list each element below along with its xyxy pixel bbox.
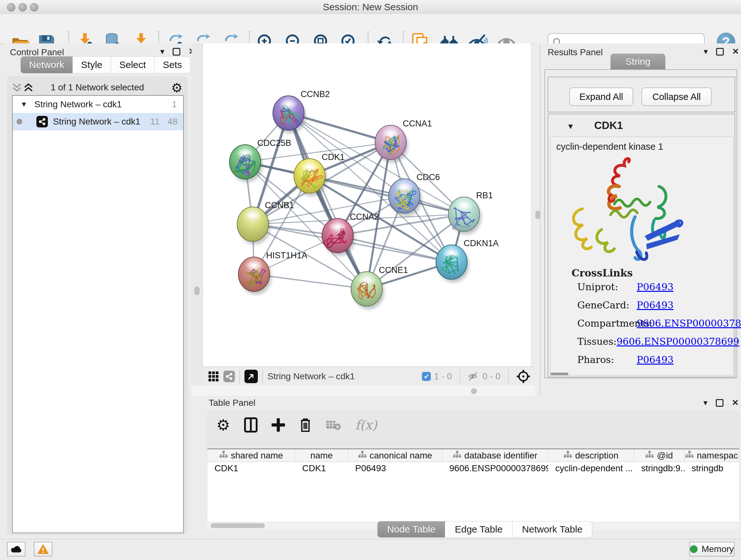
cloud-icon <box>10 545 22 553</box>
column-header-label: description <box>575 450 618 461</box>
table-type-tabs: Node TableEdge TableNetwork Table <box>377 521 592 538</box>
network-edge[interactable] <box>310 176 464 214</box>
birdseye-grid-icon[interactable] <box>208 371 219 382</box>
table-panel: Table Panel ▾ ✕ ⚙ <box>192 396 741 539</box>
selected-counts: 1 - 0 <box>434 371 452 381</box>
column-header-name[interactable]: name <box>295 449 348 462</box>
delete-column-icon[interactable] <box>299 417 312 433</box>
collection-expander-icon[interactable]: ▼ <box>20 100 27 109</box>
crosslink-link[interactable]: 9606.ENSP00000378699 <box>616 336 739 347</box>
column-header-label: canonical name <box>369 450 432 461</box>
results-scrollbar[interactable] <box>550 373 568 375</box>
table-cell[interactable]: CDK1 <box>207 462 295 475</box>
warnings-button[interactable] <box>34 542 52 557</box>
network-node-cdc6[interactable]: CDC6 <box>389 172 440 216</box>
add-column-icon[interactable] <box>272 418 285 432</box>
control-panel-float-icon[interactable]: ▾ <box>160 47 164 57</box>
column-type-icon <box>563 450 572 461</box>
network-edge-count: 48 <box>167 117 178 127</box>
network-options-gear-icon[interactable]: ⚙ <box>171 80 183 95</box>
results-panel-float-icon[interactable]: ▾ <box>704 47 708 57</box>
table-cell[interactable]: stringdb:9... <box>634 462 684 475</box>
network-tab-content: 1 of 1 Network selected ⚙ ▼ String Netwo… <box>7 76 188 535</box>
table-cell[interactable]: cyclin-dependent ... <box>548 462 634 475</box>
table-row[interactable]: CDK1CDK1P064939606.ENSP00000378699cyclin… <box>207 462 739 475</box>
protein-card: cyclin-dependent kinase 1 CrossLinks Uni… <box>550 137 733 375</box>
btab-network-table[interactable]: Network Table <box>513 521 593 538</box>
table-panel-restore-icon[interactable] <box>716 399 724 407</box>
crosslink-link[interactable]: P06493 <box>636 354 674 365</box>
memory-label: Memory <box>701 544 734 554</box>
expand-all-button[interactable]: Expand All <box>569 87 633 106</box>
table-header-row: shared namenamecanonical namedatabase id… <box>207 449 739 462</box>
network-canvas[interactable]: CCNB2CCNA1CDC25BCDK1CDC6RB1CCNB1CCNA2CDK… <box>202 44 531 367</box>
node-table: shared namenamecanonical namedatabase id… <box>207 449 739 530</box>
column-header--id[interactable]: @id <box>634 449 684 462</box>
table-panel-float-icon[interactable]: ▾ <box>703 398 708 408</box>
btab-edge-table[interactable]: Edge Table <box>445 521 513 538</box>
network-collection-row[interactable]: ▼ String Network – cdk1 1 <box>13 96 183 113</box>
table-cell[interactable]: P06493 <box>348 462 442 475</box>
btab-node-table[interactable]: Node Table <box>377 521 445 538</box>
tab-sets[interactable]: Sets <box>154 56 191 73</box>
network-share-icon[interactable] <box>223 371 235 382</box>
column-header-database-identifier[interactable]: database identifier <box>442 449 548 462</box>
crosslink-link[interactable]: P06493 <box>636 281 674 293</box>
results-panel-restore-icon[interactable] <box>716 48 724 56</box>
tab-style[interactable]: Style <box>73 56 111 73</box>
cloud-button[interactable] <box>7 542 25 557</box>
node-label: CDC25B <box>257 138 291 148</box>
protein-description: cyclin-dependent kinase 1 <box>556 141 663 152</box>
network-node-rb1[interactable]: RB1 <box>448 191 493 235</box>
table-panel-close-icon[interactable]: ✕ <box>732 398 739 408</box>
network-node-cdkn1a[interactable]: CDKN1A <box>436 239 499 283</box>
network-node-cdc25b[interactable]: CDC25B <box>229 138 291 182</box>
table-body: CDK1CDK1P064939606.ENSP00000378699cyclin… <box>207 462 739 475</box>
center-view-crosshair-icon[interactable] <box>516 369 530 383</box>
control-panel-restore-icon[interactable] <box>173 48 180 56</box>
crosslink-link[interactable]: P06493 <box>636 300 674 311</box>
title-bar: Session: New Session <box>0 0 741 14</box>
table-cell[interactable]: 9606.ENSP00000378699 <box>442 462 548 475</box>
protein-expander-icon[interactable]: ▼ <box>567 122 575 131</box>
tab-select[interactable]: Select <box>111 56 154 73</box>
network-node-hist1h1a[interactable]: HIST1H1A <box>239 251 307 295</box>
control-panel: Control Panel ▾ ✕ NetworkStyleSelectSets… <box>3 44 192 539</box>
crosslink-label: GeneCard: <box>577 300 636 311</box>
table-cell[interactable]: stringdb <box>684 462 739 475</box>
right-splitter[interactable] <box>535 44 540 396</box>
network-node-ccna1[interactable]: CCNA1 <box>375 119 432 163</box>
table-options-gear-icon[interactable]: ⚙ <box>216 416 230 434</box>
warning-icon <box>38 544 49 554</box>
crosslink-row: GeneCard:P06493 <box>577 300 727 311</box>
collapse-all-button[interactable]: Collapse All <box>642 87 712 106</box>
column-header-namespac[interactable]: namespac <box>684 449 739 462</box>
network-node-ccnb2[interactable]: CCNB2 <box>273 89 330 133</box>
column-header-description[interactable]: description <box>548 449 634 462</box>
node-label: CDKN1A <box>464 239 499 248</box>
show-columns-icon[interactable] <box>244 417 258 433</box>
horizontal-splitter[interactable] <box>192 386 540 396</box>
string-network-graph[interactable]: CCNB2CCNA1CDC25BCDK1CDC6RB1CCNB1CCNA2CDK… <box>203 44 531 367</box>
left-splitter[interactable] <box>192 44 202 396</box>
memory-button[interactable]: Memory <box>689 542 735 557</box>
table-hscrollbar-thumb[interactable] <box>211 523 265 528</box>
results-panel-close-icon[interactable]: ✕ <box>732 47 739 57</box>
table-cell[interactable]: CDK1 <box>295 462 348 475</box>
node-label: HIST1H1A <box>266 251 307 260</box>
column-header-shared-name[interactable]: shared name <box>207 449 295 462</box>
bottom-status-bar: Memory <box>0 539 741 560</box>
hidden-eye-slash-icon <box>468 372 479 381</box>
left-splitter-grip[interactable] <box>194 287 199 295</box>
selected-checkbox-icon[interactable] <box>422 372 431 381</box>
horizontal-splitter-grip[interactable] <box>471 388 477 394</box>
network-row[interactable]: String Network – cdk1 11 48 <box>13 113 183 130</box>
open-in-window-icon[interactable] <box>245 370 258 383</box>
right-splitter-grip[interactable] <box>536 211 540 219</box>
node-label: CCNA1 <box>403 119 432 128</box>
tab-network[interactable]: Network <box>20 56 73 73</box>
column-header-canonical-name[interactable]: canonical name <box>348 449 442 462</box>
crosslink-link[interactable]: 9606.ENSP00000378699 <box>636 318 741 329</box>
results-tab-string[interactable]: String <box>610 54 665 70</box>
network-edge[interactable] <box>288 113 367 289</box>
